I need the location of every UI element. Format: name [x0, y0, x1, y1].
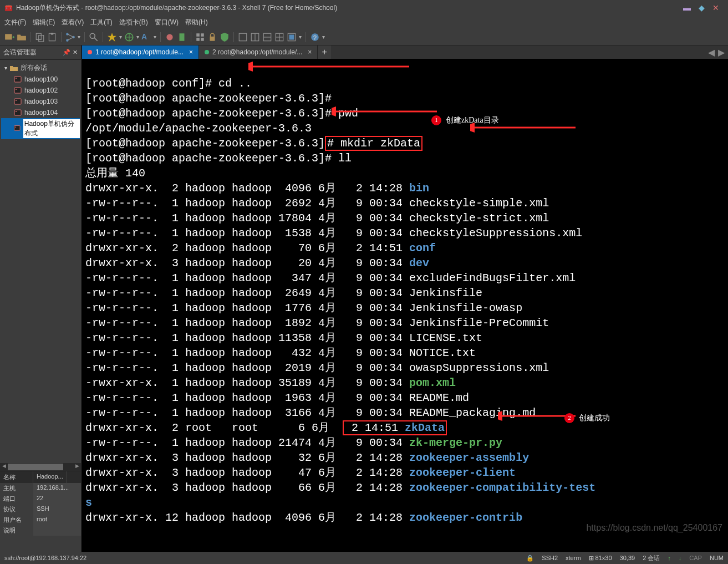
- session-tree: ▾ 所有会话 hadoop100hadoop102hadoop103hadoop…: [0, 60, 81, 463]
- info-value: 192.168.1...: [33, 483, 81, 494]
- menu-item[interactable]: 文件(F): [4, 18, 26, 27]
- session-tab[interactable]: 2 root@hadoop:/opt/module/...×: [199, 45, 318, 59]
- svg-rect-13: [201, 33, 204, 37]
- menu-item[interactable]: 选项卡(B): [119, 18, 148, 27]
- search-icon[interactable]: [89, 32, 99, 42]
- shield-icon[interactable]: [220, 32, 230, 42]
- status-up-icon[interactable]: ↑: [668, 555, 671, 561]
- menu-item[interactable]: 编辑(E): [33, 18, 55, 27]
- lock-icon[interactable]: [207, 32, 217, 42]
- session-label: hadoop103: [24, 98, 58, 105]
- minimize-button[interactable]: ▬: [683, 3, 691, 12]
- svg-point-38: [15, 126, 16, 128]
- session-item[interactable]: hadoop102: [1, 85, 80, 96]
- terminal[interactable]: [root@hadoop conf]# cd .. [root@hadoop a…: [82, 59, 728, 552]
- svg-point-30: [16, 78, 17, 79]
- info-row: 协议SSH: [0, 504, 81, 515]
- session-icon: [13, 97, 22, 106]
- terminal-area: 1 root@hadoop:/opt/module...×2 root@hado…: [82, 45, 728, 552]
- status-size: ⊞ 81x30: [589, 555, 612, 562]
- svg-point-32: [16, 89, 17, 90]
- layout4-icon[interactable]: [274, 32, 284, 42]
- new-session-icon[interactable]: [4, 32, 14, 42]
- sidebar-scrollbar[interactable]: ◀ ▶: [0, 463, 81, 471]
- tab-label: 1 root@hadoop:/opt/module...: [95, 48, 184, 56]
- connection-info: 名称 Hadoop... 主机192.168.1...端口22协议SSH用户名r…: [0, 471, 81, 552]
- terminal-line: [root@hadoop apache-zookeeper-3.6.3]# mk…: [85, 136, 422, 151]
- tab-nav-next-icon[interactable]: ▶: [718, 47, 725, 58]
- menu-item[interactable]: 工具(T): [90, 18, 112, 27]
- tab-status-dot: [88, 50, 92, 54]
- session-icon: [13, 108, 22, 117]
- open-folder-icon[interactable]: [17, 32, 27, 42]
- session-item[interactable]: hadoop104: [1, 107, 80, 118]
- svg-rect-16: [210, 36, 215, 40]
- info-row: 说明: [0, 525, 81, 536]
- svg-point-36: [16, 111, 17, 112]
- info-col-value: Hadoop...: [33, 471, 67, 483]
- svg-rect-33: [14, 99, 21, 104]
- tab-nav: ◀ ▶: [705, 45, 728, 59]
- info-key: 用户名: [0, 515, 33, 525]
- annotation-1-num: 1: [431, 115, 441, 125]
- copy-icon[interactable]: [35, 32, 45, 42]
- svg-point-8: [90, 33, 95, 38]
- layout3-icon[interactable]: [262, 32, 272, 42]
- info-col-name: 名称: [0, 471, 33, 483]
- help-icon[interactable]: ?: [310, 32, 320, 42]
- star-icon[interactable]: [107, 32, 117, 42]
- status-down-icon[interactable]: ↓: [679, 555, 682, 561]
- menu-item[interactable]: 帮助(H): [185, 18, 208, 27]
- tree-icon[interactable]: [65, 32, 75, 42]
- session-tab[interactable]: 1 root@hadoop:/opt/module...×: [82, 45, 199, 59]
- menu-item[interactable]: 查看(V): [62, 18, 84, 27]
- session-manager-sidebar: 会话管理器 📌 ✕ ▾ 所有会话 hadoop100hadoop102hadoo…: [0, 45, 82, 552]
- globe-icon[interactable]: [124, 32, 134, 42]
- zkdata-highlight: 2 14:51 zkData: [343, 420, 447, 435]
- tab-nav-prev-icon[interactable]: ◀: [708, 47, 715, 58]
- tree-root[interactable]: ▾ 所有会话: [1, 62, 80, 74]
- menubar: 文件(F)编辑(E)查看(V)工具(T)选项卡(B)窗口(W)帮助(H): [0, 16, 728, 29]
- paste-icon[interactable]: [47, 32, 57, 42]
- status-term: xterm: [566, 555, 581, 561]
- session-label: hadoop100: [24, 75, 58, 83]
- layout1-icon[interactable]: [238, 32, 248, 42]
- maximize-button[interactable]: ◆: [699, 3, 705, 12]
- svg-rect-15: [201, 38, 204, 41]
- status-sessions: 2 会话: [643, 554, 660, 562]
- session-item[interactable]: hadoop103: [1, 96, 80, 107]
- status-lock-icon: 🔒: [526, 555, 534, 562]
- info-row: 端口22: [0, 494, 81, 504]
- close-button[interactable]: ✕: [712, 3, 719, 12]
- session-item[interactable]: Hadoop单机伪分布式: [1, 118, 80, 139]
- sidebar-title: 会话管理器: [3, 48, 37, 57]
- svg-rect-37: [14, 126, 20, 131]
- terminal-line: [root@hadoop apache-zookeeper-3.6.3]#: [85, 92, 332, 105]
- svg-rect-17: [239, 33, 247, 41]
- tab-close-icon[interactable]: ×: [189, 48, 193, 56]
- bookmark-icon[interactable]: [177, 32, 187, 42]
- record-icon[interactable]: [165, 32, 175, 42]
- info-value: root: [33, 515, 81, 525]
- sidebar-close-icon[interactable]: ✕: [73, 49, 78, 56]
- arrow-1: [248, 61, 415, 72]
- layout5-icon[interactable]: [287, 32, 297, 42]
- statusbar: ssh://root@192.168.137.94:22 🔒 SSH2 xter…: [0, 552, 728, 564]
- grid1-icon[interactable]: [195, 32, 205, 42]
- info-key: 说明: [0, 525, 33, 536]
- tab-close-icon[interactable]: ×: [308, 48, 312, 56]
- layout2-icon[interactable]: [250, 32, 260, 42]
- svg-rect-29: [14, 77, 21, 82]
- annotation-2: 2 创建成功: [564, 410, 610, 425]
- annotation-1-text: 创建zkData目录: [446, 113, 499, 128]
- annotation-2-text: 创建成功: [579, 410, 610, 425]
- font-icon[interactable]: A: [141, 32, 151, 42]
- mkdir-highlight: # mkdir zkData: [325, 136, 422, 151]
- terminal-line: drwxr-xr-x. 2 root root 6 6月 2 14:51 zkD…: [85, 420, 447, 435]
- menu-item[interactable]: 窗口(W): [155, 18, 179, 27]
- session-item[interactable]: hadoop100: [1, 74, 80, 85]
- add-tab-button[interactable]: +: [318, 45, 331, 59]
- tree-root-label: 所有会话: [21, 63, 47, 73]
- status-ssh: SSH2: [542, 555, 558, 561]
- sidebar-pin-icon[interactable]: 📌: [63, 49, 70, 56]
